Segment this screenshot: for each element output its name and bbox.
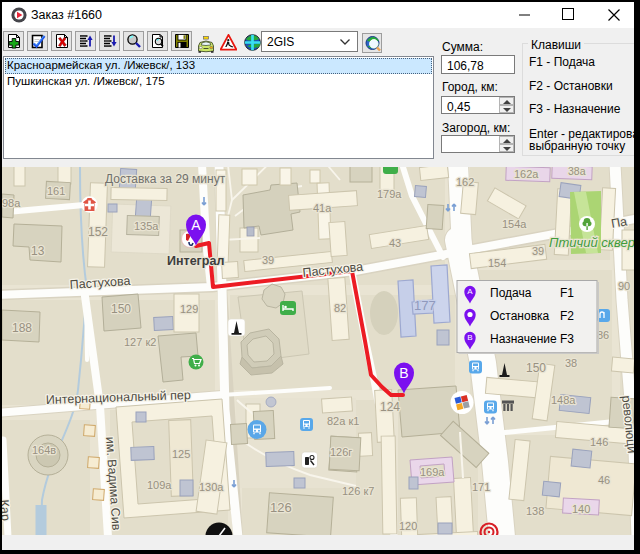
svg-text:127 к2: 127 к2: [124, 336, 156, 348]
svg-text:90: 90: [618, 280, 630, 292]
svg-text:Кар: Кар: [2, 499, 13, 521]
svg-text:Интеграл: Интеграл: [167, 254, 224, 268]
svg-text:126: 126: [270, 500, 292, 515]
svg-text:138: 138: [526, 505, 544, 517]
svg-text:109а: 109а: [147, 479, 172, 491]
svg-text:F2: F2: [560, 309, 574, 323]
svg-text:43: 43: [389, 237, 401, 249]
svg-text:Па: Па: [610, 214, 628, 231]
svg-text:169а: 169а: [420, 466, 445, 478]
svg-text:150: 150: [526, 361, 546, 375]
svg-text:179а: 179а: [377, 188, 402, 200]
svg-text:146: 146: [590, 436, 608, 448]
svg-text:39: 39: [532, 245, 544, 257]
svg-text:13: 13: [31, 244, 45, 258]
svg-text:150: 150: [111, 302, 131, 316]
svg-text:125: 125: [172, 448, 190, 460]
svg-text:188: 188: [12, 321, 32, 335]
svg-text:B: B: [399, 365, 408, 381]
svg-text:A: A: [467, 287, 473, 296]
svg-text:140: 140: [572, 503, 590, 515]
svg-text:161: 161: [47, 185, 65, 197]
svg-text:38: 38: [565, 357, 577, 369]
svg-text:Остановка: Остановка: [490, 309, 550, 323]
svg-text:Подача: Подача: [490, 286, 532, 300]
svg-text:126 к7: 126 к7: [342, 485, 374, 497]
svg-text:152: 152: [88, 225, 108, 239]
svg-text:82а к1: 82а к1: [327, 415, 359, 427]
svg-text:148а: 148а: [551, 394, 576, 406]
svg-text:162: 162: [456, 176, 474, 188]
svg-text:135а: 135а: [134, 220, 159, 232]
svg-text:129: 129: [180, 303, 198, 315]
svg-text:Птичий сквер: Птичий сквер: [549, 235, 634, 250]
svg-text:126г: 126г: [330, 446, 352, 458]
svg-text:177: 177: [414, 298, 436, 313]
svg-text:39: 39: [262, 254, 274, 266]
svg-text:38а: 38а: [568, 167, 586, 177]
svg-text:120: 120: [399, 520, 417, 532]
svg-text:41а: 41а: [313, 202, 332, 214]
svg-text:171: 171: [472, 481, 490, 493]
svg-text:F3: F3: [560, 332, 574, 346]
svg-text:154а: 154а: [502, 218, 527, 230]
svg-text:162а: 162а: [514, 168, 539, 180]
svg-text:164в: 164в: [32, 444, 56, 456]
svg-text:124: 124: [380, 400, 400, 414]
svg-text:Доставка за 29 минут: Доставка за 29 минут: [105, 172, 226, 186]
svg-text:F1: F1: [560, 286, 574, 300]
svg-text:A: A: [191, 217, 201, 233]
svg-text:130а: 130а: [199, 481, 224, 493]
svg-text:Назначение: Назначение: [490, 332, 557, 346]
svg-text:98а: 98а: [2, 197, 21, 209]
svg-text:82: 82: [334, 302, 346, 314]
svg-text:B: B: [467, 333, 472, 342]
svg-text:154: 154: [488, 257, 506, 269]
svg-text:46: 46: [598, 474, 610, 486]
